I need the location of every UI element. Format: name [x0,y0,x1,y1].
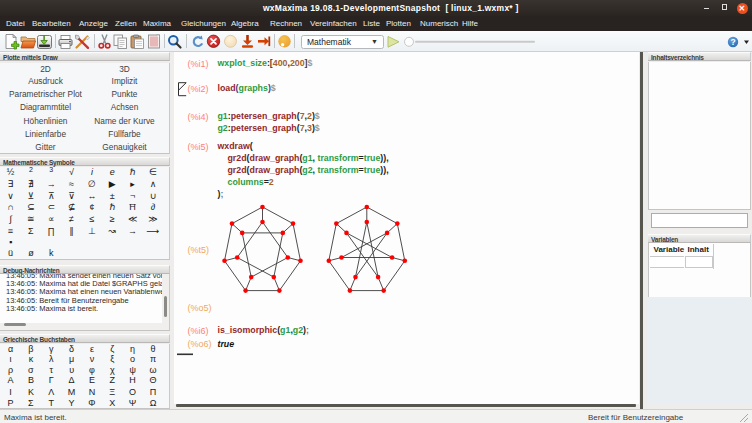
svg-text:?: ? [730,37,735,47]
